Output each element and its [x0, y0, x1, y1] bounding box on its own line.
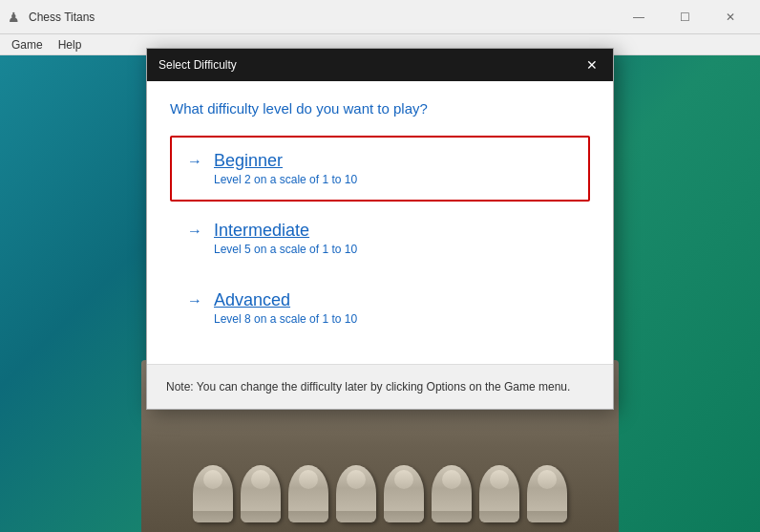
select-difficulty-dialog: Select Difficulty ✕ What difficulty leve… — [146, 48, 614, 410]
difficulty-option-beginner[interactable]: → Beginner Level 2 on a scale of 1 to 10 — [170, 136, 590, 202]
arrow-icon-intermediate: → — [187, 223, 202, 240]
difficulty-option-advanced[interactable]: → Advanced Level 8 on a scale of 1 to 10 — [170, 275, 590, 341]
advanced-info: Advanced Level 8 on a scale of 1 to 10 — [214, 290, 357, 326]
intermediate-desc: Level 5 on a scale of 1 to 10 — [214, 243, 357, 256]
beginner-name: Beginner — [214, 151, 357, 171]
difficulty-option-intermediate[interactable]: → Intermediate Level 5 on a scale of 1 t… — [170, 205, 590, 271]
dialog-body: What difficulty level do you want to pla… — [147, 81, 613, 364]
advanced-desc: Level 8 on a scale of 1 to 10 — [214, 312, 357, 326]
beginner-info: Beginner Level 2 on a scale of 1 to 10 — [214, 151, 357, 186]
advanced-name: Advanced — [214, 290, 357, 310]
dialog-overlay: Select Difficulty ✕ What difficulty leve… — [0, 0, 760, 532]
intermediate-name: Intermediate — [214, 221, 357, 241]
arrow-icon-advanced: → — [187, 292, 202, 309]
dialog-note: Note: You can change the difficulty late… — [147, 364, 613, 409]
arrow-icon-beginner: → — [187, 153, 202, 170]
dialog-question: What difficulty level do you want to pla… — [170, 100, 590, 117]
intermediate-info: Intermediate Level 5 on a scale of 1 to … — [214, 221, 357, 256]
dialog-close-button[interactable]: ✕ — [582, 55, 602, 74]
dialog-title-bar: Select Difficulty ✕ — [147, 49, 613, 81]
dialog-title: Select Difficulty — [158, 58, 237, 72]
beginner-desc: Level 2 on a scale of 1 to 10 — [214, 173, 357, 186]
